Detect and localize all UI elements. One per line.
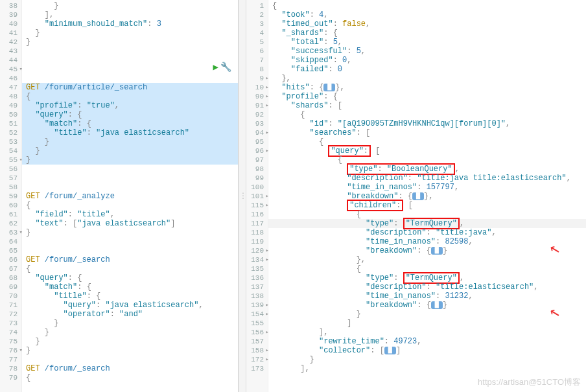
- code-line[interactable]: }: [22, 156, 238, 165]
- response-line[interactable]: ],: [268, 364, 586, 373]
- response-line[interactable]: ],: [268, 328, 586, 337]
- code-line[interactable]: "profile": "true",: [22, 101, 238, 110]
- response-line[interactable]: "time_in_nanos": 157797,: [268, 183, 586, 192]
- response-line[interactable]: }: [268, 355, 586, 364]
- code-line[interactable]: "operator": "and": [22, 310, 238, 319]
- code-line[interactable]: "match": {: [22, 119, 238, 128]
- code-line[interactable]: [22, 56, 238, 65]
- response-line[interactable]: "total": 5,: [268, 38, 586, 47]
- code-line[interactable]: }: [22, 29, 238, 38]
- response-line[interactable]: "failed": 0: [268, 65, 586, 74]
- response-line[interactable]: "shards": [: [268, 101, 586, 110]
- code-line[interactable]: "query": {: [22, 110, 238, 119]
- response-line[interactable]: },: [268, 74, 586, 83]
- editor-split-view: ▶ 🔧 3839404142434445▾4647484950515253545…: [0, 0, 586, 392]
- code-line[interactable]: "match": {: [22, 282, 238, 292]
- right-code[interactable]: { "took": 4, "timed_out": false, "_shard…: [268, 0, 586, 392]
- code-line[interactable]: [22, 47, 238, 56]
- response-line[interactable]: {: [268, 1, 586, 10]
- code-line[interactable]: {: [22, 264, 238, 273]
- code-line[interactable]: }: [22, 319, 238, 328]
- code-line[interactable]: }: [22, 228, 238, 237]
- code-line[interactable]: [22, 74, 238, 83]
- code-line[interactable]: "query": {: [22, 273, 238, 282]
- code-line[interactable]: "title": "java elasticsearch": [22, 128, 238, 137]
- code-line[interactable]: [22, 237, 238, 246]
- response-line[interactable]: "rewrite_time": 49723,: [268, 337, 586, 346]
- left-code[interactable]: } ], "minimum_should_match": 3 }}GET /fo…: [22, 0, 238, 392]
- code-line[interactable]: }: [22, 137, 238, 146]
- watermark-text: https://artisan@51CTO博客: [478, 376, 581, 388]
- code-line[interactable]: "minimum_should_match": 3: [22, 19, 238, 29]
- code-line[interactable]: [22, 355, 238, 364]
- response-line[interactable]: "type": "TermQuery",: [268, 273, 586, 282]
- request-editor-pane[interactable]: ▶ 🔧 3839404142434445▾4647484950515253545…: [0, 0, 239, 392]
- response-line[interactable]: "type": "BooleanQuery",: [268, 165, 586, 174]
- response-line[interactable]: "time_in_nanos": 31232,: [268, 292, 586, 301]
- divider-grip-icon: ···: [241, 192, 244, 200]
- response-line[interactable]: "children": [: [268, 201, 586, 210]
- response-line[interactable]: "type": "TermQuery",: [268, 219, 586, 228]
- response-line[interactable]: "breakdown": {▇}↖: [268, 301, 586, 310]
- code-line[interactable]: [22, 65, 238, 74]
- response-line[interactable]: },: [268, 255, 586, 264]
- response-line[interactable]: "skipped": 0,: [268, 56, 586, 65]
- code-line[interactable]: ],: [22, 10, 238, 19]
- left-gutter: 3839404142434445▾46474849505152535455▾56…: [0, 0, 22, 392]
- code-line[interactable]: GET /forum/_search: [22, 364, 238, 373]
- code-line[interactable]: [22, 174, 238, 183]
- response-line[interactable]: "_shards": {: [268, 29, 586, 38]
- code-line[interactable]: [22, 183, 238, 192]
- response-line[interactable]: "hits": {▇},: [268, 83, 586, 92]
- response-line[interactable]: "time_in_nanos": 82598,↖: [268, 237, 586, 246]
- response-line[interactable]: {: [268, 137, 586, 146]
- pane-divider[interactable]: ···: [239, 0, 246, 392]
- response-line[interactable]: "id": "[aQ19O095TZmH9VHKNHC1qw][forum][0…: [268, 119, 586, 128]
- code-line[interactable]: }: [22, 337, 238, 346]
- response-line[interactable]: "took": 4,: [268, 10, 586, 19]
- response-line[interactable]: "collector": [▇]: [268, 346, 586, 355]
- code-line[interactable]: "title": {: [22, 292, 238, 301]
- code-line[interactable]: [22, 165, 238, 174]
- code-line[interactable]: {: [22, 201, 238, 210]
- code-line[interactable]: }: [22, 328, 238, 337]
- response-line[interactable]: "timed_out": false,: [268, 19, 586, 29]
- code-line[interactable]: GET /forum/_analyze: [22, 192, 238, 201]
- response-line[interactable]: }: [268, 310, 586, 319]
- response-line[interactable]: "profile": {: [268, 92, 586, 101]
- code-line[interactable]: }: [22, 38, 238, 47]
- code-line[interactable]: "text": ["java elasticsearch"]: [22, 219, 238, 228]
- response-line[interactable]: "query": [: [268, 146, 586, 156]
- response-pane[interactable]: 123456789▸10▸90▸91▸929394▸9596▸979899100…: [246, 0, 586, 392]
- code-line[interactable]: GET /forum/article/_search: [22, 83, 238, 92]
- code-line[interactable]: GET /forum/_search: [22, 255, 238, 264]
- response-line[interactable]: "breakdown": {▇},: [268, 192, 586, 201]
- response-line[interactable]: "searches": [: [268, 128, 586, 137]
- right-gutter: 123456789▸10▸90▸91▸929394▸9596▸979899100…: [246, 0, 268, 392]
- response-line[interactable]: "breakdown": {▇}: [268, 246, 586, 255]
- code-line[interactable]: {: [22, 373, 238, 382]
- response-line[interactable]: "successful": 5,: [268, 47, 586, 56]
- code-line[interactable]: "query": "java elasticsearch",: [22, 301, 238, 310]
- response-line[interactable]: "description": "title:java",: [268, 228, 586, 237]
- response-line[interactable]: "description": "title:elasticsearch",: [268, 282, 586, 292]
- code-line[interactable]: }: [22, 346, 238, 355]
- response-line[interactable]: ]: [268, 319, 586, 328]
- code-line[interactable]: "field": "title",: [22, 210, 238, 219]
- code-line[interactable]: [22, 246, 238, 255]
- response-line[interactable]: "description": "title:java title:elastic…: [268, 174, 586, 183]
- code-line[interactable]: }: [22, 1, 238, 10]
- response-line[interactable]: {: [268, 110, 586, 119]
- code-line[interactable]: }: [22, 146, 238, 156]
- code-line[interactable]: {: [22, 92, 238, 101]
